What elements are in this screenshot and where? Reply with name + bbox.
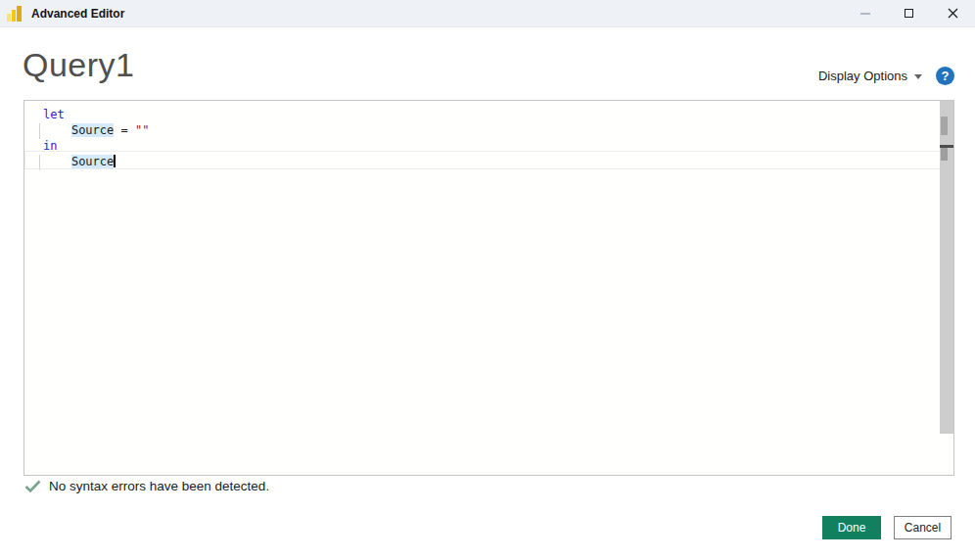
minimize-button[interactable] bbox=[843, 0, 887, 27]
powerbi-logo-icon bbox=[7, 6, 23, 22]
syntax-status: No syntax errors have been detected. bbox=[24, 479, 269, 493]
code-line: in bbox=[43, 138, 149, 154]
display-options-label: Display Options bbox=[818, 69, 907, 83]
chevron-down-icon bbox=[914, 74, 922, 79]
scrollbar-thumb[interactable] bbox=[941, 148, 948, 161]
minimize-icon bbox=[860, 13, 870, 15]
current-line-highlight bbox=[24, 151, 952, 169]
header-actions: Display Options ? bbox=[818, 65, 954, 86]
code-editor[interactable]: let Source = ""in Source bbox=[23, 100, 954, 476]
maximize-button[interactable] bbox=[887, 0, 931, 27]
titlebar: Advanced Editor bbox=[0, 0, 975, 27]
status-message: No syntax errors have been detected. bbox=[49, 479, 269, 493]
vertical-scrollbar[interactable] bbox=[940, 101, 953, 434]
code-line: Source bbox=[43, 154, 149, 169]
help-icon: ? bbox=[942, 69, 950, 83]
checkmark-icon bbox=[24, 480, 41, 493]
code-lines: let Source = ""in Source bbox=[43, 107, 149, 169]
display-options-dropdown[interactable]: Display Options bbox=[818, 69, 922, 83]
code-line: let bbox=[43, 107, 149, 122]
done-button[interactable]: Done bbox=[822, 516, 881, 539]
help-button[interactable]: ? bbox=[936, 67, 954, 85]
advanced-editor-dialog: Advanced Editor Query1 Display Options ? bbox=[0, 0, 975, 560]
text-cursor bbox=[114, 155, 116, 167]
close-icon bbox=[948, 8, 958, 19]
code-line: Source = "" bbox=[43, 122, 149, 138]
window-title: Advanced Editor bbox=[31, 7, 124, 21]
window-controls bbox=[843, 0, 975, 27]
close-button[interactable] bbox=[931, 0, 975, 27]
scrollbar-thumb[interactable] bbox=[941, 117, 948, 135]
indent-guide bbox=[39, 123, 40, 139]
maximize-icon bbox=[905, 9, 913, 18]
page-title: Query1 bbox=[23, 46, 135, 84]
cancel-button[interactable]: Cancel bbox=[894, 516, 952, 539]
